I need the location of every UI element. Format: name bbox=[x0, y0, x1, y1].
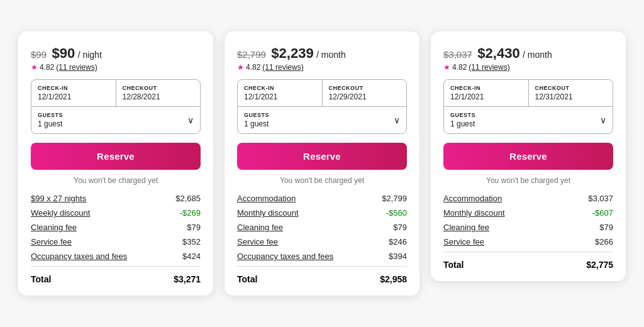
fee-value: -$560 bbox=[386, 208, 407, 218]
checkout-value: 12/29/2021 bbox=[329, 92, 401, 101]
card-3: $3,037 $2,430 / month ★ 4.82 (11 reviews… bbox=[431, 31, 626, 281]
fees-section: Accommodation $2,799 Monthly discount -$… bbox=[237, 194, 407, 261]
checkin-value: 12/1/2021 bbox=[450, 92, 522, 101]
price-line: $2,799 $2,239 / month bbox=[237, 45, 346, 62]
checkout-field[interactable]: CHECKOUT 12/31/2021 bbox=[529, 80, 613, 106]
guests-value: 1 guest bbox=[450, 119, 475, 128]
guests-field[interactable]: GUESTS 1 guest ∨ bbox=[238, 106, 406, 133]
rating-reviews[interactable]: (11 reviews) bbox=[56, 63, 97, 72]
date-row: CHECK-IN 12/1/2021 CHECKOUT 12/31/2021 bbox=[444, 80, 613, 106]
card-header: $2,799 $2,239 / month ★ 4.82 (11 reviews… bbox=[237, 45, 407, 72]
price-section: $3,037 $2,430 / month ★ 4.82 (11 reviews… bbox=[443, 45, 552, 72]
fee-value: $394 bbox=[389, 252, 407, 261]
fee-label[interactable]: Weekly discount bbox=[31, 208, 90, 218]
fee-label[interactable]: Occupancy taxes and fees bbox=[237, 252, 333, 261]
star-icon: ★ bbox=[443, 63, 450, 72]
fee-row: Service fee $352 bbox=[31, 237, 201, 247]
guests-content: GUESTS 1 guest bbox=[38, 112, 63, 128]
fee-label[interactable]: Service fee bbox=[443, 237, 484, 247]
total-label: Total bbox=[443, 260, 464, 270]
fee-row: Accommodation $3,037 bbox=[443, 194, 613, 203]
checkin-field[interactable]: CHECK-IN 12/1/2021 bbox=[444, 80, 529, 106]
checkin-label: CHECK-IN bbox=[244, 85, 316, 91]
fee-label[interactable]: Accommodation bbox=[237, 194, 296, 203]
fee-value: $352 bbox=[182, 237, 201, 247]
price-period: / night bbox=[78, 50, 102, 60]
fee-value: $246 bbox=[389, 237, 407, 247]
rating-reviews[interactable]: (11 reviews) bbox=[469, 63, 509, 72]
checkout-label: CHECKOUT bbox=[123, 85, 194, 91]
fees-section: $99 x 27 nights $2,685 Weekly discount -… bbox=[31, 194, 201, 261]
checkin-field[interactable]: CHECK-IN 12/1/2021 bbox=[238, 80, 323, 106]
cards-container: $99 $90 / night ★ 4.82 (11 reviews) CHEC… bbox=[18, 31, 626, 296]
card-1: $99 $90 / night ★ 4.82 (11 reviews) CHEC… bbox=[18, 31, 213, 296]
fee-label[interactable]: Occupancy taxes and fees bbox=[31, 252, 127, 261]
rating-value: 4.82 bbox=[40, 63, 54, 72]
total-label: Total bbox=[31, 274, 51, 284]
fee-row: Occupancy taxes and fees $394 bbox=[237, 252, 407, 261]
guests-label: GUESTS bbox=[38, 112, 63, 118]
rating: ★ 4.82 (11 reviews) bbox=[237, 63, 346, 72]
price-new: $2,430 bbox=[477, 45, 519, 61]
star-icon: ★ bbox=[31, 63, 38, 72]
fee-row: Occupancy taxes and fees $424 bbox=[31, 252, 201, 261]
checkout-value: 12/28/2021 bbox=[123, 92, 194, 101]
chevron-down-icon: ∨ bbox=[394, 115, 400, 125]
price-old: $3,037 bbox=[443, 49, 472, 60]
fee-label[interactable]: Cleaning fee bbox=[237, 223, 283, 232]
guests-label: GUESTS bbox=[450, 112, 475, 118]
reserve-button[interactable]: Reserve bbox=[443, 143, 613, 170]
fee-row: Weekly discount -$269 bbox=[31, 208, 201, 218]
price-new: $90 bbox=[52, 45, 75, 61]
price-section: $99 $90 / night ★ 4.82 (11 reviews) bbox=[31, 45, 102, 72]
fee-label[interactable]: Cleaning fee bbox=[31, 223, 77, 232]
fee-value: $2,685 bbox=[175, 194, 201, 203]
price-period: / month bbox=[523, 50, 552, 60]
date-fields: CHECK-IN 12/1/2021 CHECKOUT 12/29/2021 G… bbox=[237, 79, 407, 134]
fee-row: Cleaning fee $79 bbox=[443, 223, 613, 232]
reserve-button[interactable]: Reserve bbox=[31, 143, 201, 170]
checkin-value: 12/1/2021 bbox=[244, 92, 316, 101]
price-line: $99 $90 / night bbox=[31, 45, 102, 62]
total-row: Total $2,958 bbox=[237, 266, 407, 284]
checkout-value: 12/31/2021 bbox=[535, 92, 607, 101]
checkout-field[interactable]: CHECKOUT 12/28/2021 bbox=[116, 80, 201, 106]
guests-field[interactable]: GUESTS 1 guest ∨ bbox=[31, 106, 200, 133]
checkout-field[interactable]: CHECKOUT 12/29/2021 bbox=[323, 80, 407, 106]
guests-content: GUESTS 1 guest bbox=[450, 112, 475, 128]
fee-label[interactable]: Monthly discount bbox=[237, 208, 299, 218]
fee-label[interactable]: Cleaning fee bbox=[443, 223, 489, 232]
guests-label: GUESTS bbox=[244, 112, 269, 118]
no-charge-text: You won't be charged yet bbox=[443, 176, 613, 185]
fee-value: $79 bbox=[599, 223, 613, 232]
price-new: $2,239 bbox=[271, 45, 313, 61]
card-header: $99 $90 / night ★ 4.82 (11 reviews) bbox=[31, 45, 201, 72]
reserve-button[interactable]: Reserve bbox=[237, 143, 407, 170]
fee-label[interactable]: Service fee bbox=[31, 237, 72, 247]
fee-label[interactable]: Accommodation bbox=[443, 194, 502, 203]
rating-reviews[interactable]: (11 reviews) bbox=[262, 63, 303, 72]
total-value: $3,271 bbox=[174, 274, 201, 284]
card-2: $2,799 $2,239 / month ★ 4.82 (11 reviews… bbox=[225, 31, 419, 296]
checkout-label: CHECKOUT bbox=[535, 85, 607, 91]
total-row: Total $2,775 bbox=[443, 252, 613, 270]
fee-label[interactable]: Service fee bbox=[237, 237, 278, 247]
fee-value: -$607 bbox=[592, 208, 613, 218]
checkin-label: CHECK-IN bbox=[38, 85, 109, 91]
guests-value: 1 guest bbox=[244, 119, 269, 128]
chevron-down-icon: ∨ bbox=[187, 115, 194, 125]
fees-section: Accommodation $3,037 Monthly discount -$… bbox=[443, 194, 613, 247]
fee-row: Monthly discount -$607 bbox=[443, 208, 613, 218]
guests-value: 1 guest bbox=[38, 119, 63, 128]
checkin-value: 12/1/2021 bbox=[38, 92, 109, 101]
guests-field[interactable]: GUESTS 1 guest ∨ bbox=[444, 106, 613, 133]
checkin-field[interactable]: CHECK-IN 12/1/2021 bbox=[31, 80, 116, 106]
fee-row: Service fee $266 bbox=[443, 237, 613, 247]
fee-label[interactable]: Monthly discount bbox=[443, 208, 505, 218]
rating: ★ 4.82 (11 reviews) bbox=[443, 63, 552, 72]
star-icon: ★ bbox=[237, 63, 244, 72]
price-old: $99 bbox=[31, 49, 47, 60]
date-fields: CHECK-IN 12/1/2021 CHECKOUT 12/31/2021 G… bbox=[443, 79, 613, 134]
rating-value: 4.82 bbox=[452, 63, 467, 72]
fee-label[interactable]: $99 x 27 nights bbox=[31, 194, 86, 203]
